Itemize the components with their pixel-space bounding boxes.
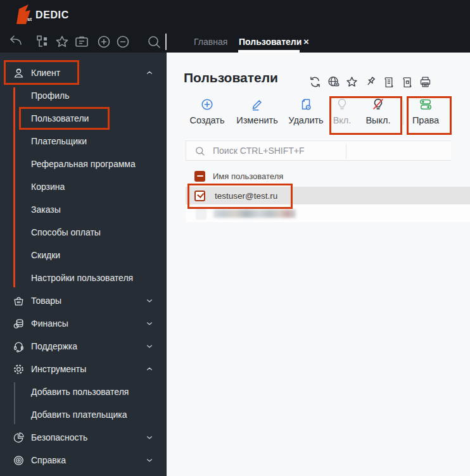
report-scroll-icon[interactable] [382,75,395,89]
action-label: Создать [189,115,224,125]
globe-link-icon[interactable] [327,75,340,89]
chevron-up-icon [145,365,154,373]
pencil-icon [250,97,264,111]
top-bar: st DEDIC Главная Пользователи × [0,0,470,53]
sidebar-item-orders[interactable]: Заказы [0,198,167,221]
client-submenu: Профиль Пользователи Плательщики Реферал… [0,84,167,289]
chevron-down-icon [145,456,154,465]
edit-button[interactable]: Изменить [230,97,284,125]
toggles-icon [419,97,433,111]
basket-icon [13,295,25,307]
sidebar-item-security[interactable]: Безопасность [0,426,167,449]
sidebar-item-profile[interactable]: Профиль [0,84,167,107]
sidebar-item-user-settings[interactable]: Настройки пользователя [0,266,167,289]
search-column-divider [346,144,346,159]
sidebar-item-users[interactable]: Пользователи [0,107,167,130]
action-label: Выкл. [365,115,390,125]
sidebar-item-label: Заказы [31,204,61,215]
sidebar-item-label: Реферальная программа [31,159,136,169]
coins-icon [13,318,25,330]
sidebar-item-label: Финансы [31,318,68,329]
star-icon[interactable] [345,75,359,89]
logo-text: DEDIC [35,9,69,21]
search-icon[interactable] [146,34,162,49]
user-icon [13,67,25,79]
table-row[interactable] [186,204,470,222]
action-label: Вкл. [333,115,352,125]
row-checkbox[interactable] [194,191,205,201]
sidebar-item-support[interactable]: Поддержка [0,335,167,358]
action-label: Изменить [236,115,277,125]
tree-icon[interactable] [35,34,51,49]
pin-icon[interactable] [364,75,377,89]
title-icon-row [308,75,432,89]
sidebar-item-label: Клиент [31,68,60,78]
bulb-off-icon [371,97,385,111]
sidebar-item-label: Поддержка [31,341,77,351]
sidebar-item-referral[interactable]: Реферальная программа [0,153,167,175]
tab-home[interactable]: Главная [194,37,227,47]
sidebar-item-cart[interactable]: Корзина [0,175,167,198]
bulb-icon [335,97,349,111]
sidebar-item-add-payer[interactable]: Добавить плательщика [0,403,167,426]
tab-users[interactable]: Пользователи [239,37,302,47]
page-title: Пользователи [184,70,278,85]
sidebar-item-add-user[interactable]: Добавить пользователя [0,380,167,403]
sidebar-item-label: Безопасность [31,432,87,442]
pie-chart-icon [13,432,25,444]
chevron-down-icon [145,433,154,442]
sidebar-item-label: Товары [31,296,61,306]
logo[interactable]: st DEDIC [10,3,105,27]
username-cell: testuser@test.ru [215,191,277,201]
sidebar-item-products[interactable]: Товары [0,289,167,312]
logo-mark-icon [12,3,35,26]
star-icon[interactable] [54,34,70,49]
column-header-username: Имя пользователя [213,172,283,181]
sidebar: Клиент Профиль Пользователи Плательщики … [0,53,167,476]
search-input[interactable] [212,145,341,156]
sidebar-item-tools[interactable]: Инструменты [0,358,167,380]
main-content: Пользователи [167,53,470,476]
create-button[interactable]: Создать [180,97,234,125]
sidebar-item-finance[interactable]: Финансы [0,312,167,335]
sidebar-item-label: Добавить пользователя [31,387,129,397]
sidebar-item-label: Добавить плательщика [31,410,127,420]
sidebar-item-client[interactable]: Клиент [0,61,167,84]
action-label: Права [412,115,439,125]
sidebar-item-discounts[interactable]: Скидки [0,244,167,266]
sidebar-item-label: Профиль [31,91,69,101]
sidebar-item-label: Плательщики [31,136,87,146]
sidebar-item-help[interactable]: Справка [0,449,167,472]
search-icon [194,146,205,156]
chevron-down-icon [145,319,154,328]
printer-icon[interactable] [419,75,432,89]
refresh-icon[interactable] [308,75,322,89]
sidebar-item-label: Скидки [31,250,60,260]
sidebar-item-label: Пользователи [31,113,89,123]
zoom-in-icon[interactable] [96,34,111,49]
back-arrow-icon[interactable] [8,34,23,49]
app-window: st DEDIC Главная Пользователи × [0,0,470,476]
zoom-out-icon[interactable] [115,34,130,49]
sidebar-item-label: Способы оплаты [31,227,101,237]
table-row[interactable]: testuser@test.ru [186,187,470,204]
excel-export-icon[interactable] [400,75,414,89]
row-checkbox-redacted[interactable] [196,207,206,220]
sidebar-item-payers[interactable]: Плательщики [0,130,167,153]
disable-button[interactable]: Выкл. [351,97,405,125]
search-bar [186,141,451,161]
plus-circle-icon [200,97,214,111]
table-header-row: Имя пользователя [186,166,470,186]
logo-prefix: st [27,16,32,22]
tasks-badge-icon[interactable] [74,34,89,49]
headset-icon [13,341,25,353]
username-cell-redacted [213,210,296,218]
sidebar-item-label: Инструменты [31,364,86,374]
sidebar-item-payment-methods[interactable]: Способы оплаты [0,221,167,244]
sidebar-item-label: Справка [31,455,66,465]
file-remove-icon [299,97,313,111]
tab-close-icon[interactable]: × [303,36,309,47]
select-all-checkbox[interactable] [194,171,205,182]
sidebar-item-label: Настройки пользователя [31,273,133,283]
rights-button[interactable]: Права [398,97,453,125]
